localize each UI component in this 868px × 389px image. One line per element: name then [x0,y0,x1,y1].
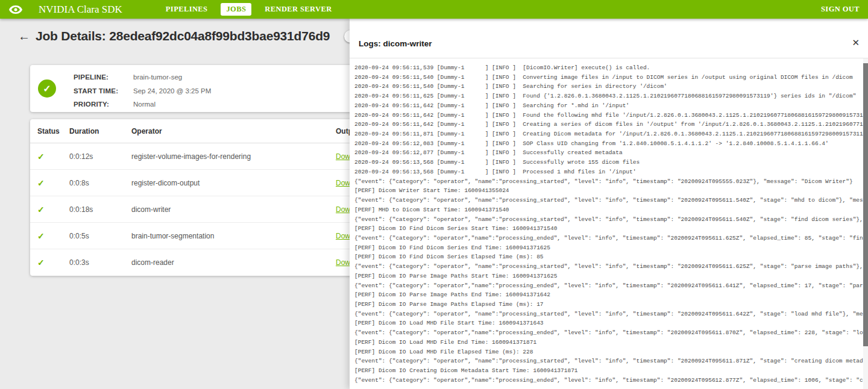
log-line: [PERF] Dicom IO Parse Image Paths Elapse… [354,300,863,310]
meta-value: brain-tumor-seg [133,73,211,82]
log-line: [PERF] Dicom IO Parse Image Paths Start … [354,272,863,281]
log-line: [PERF] Dicom IO Find Dicom Series Start … [354,224,863,234]
log-line: 2020-09-24 09:56:11,539 [Dummy-1 ] [INFO… [354,63,863,73]
meta-label: PIPELINE: [74,73,133,82]
operator-cell: brain-tumor-segmentation [131,232,336,240]
duration-cell: 0:0:8s [69,179,131,187]
log-line: {"event": {"category": "operator", "name… [354,310,863,319]
log-line: {"event": {"category": "operator","name"… [354,234,863,243]
logs-panel: Logs: dicom-writer ✕ 2020-09-24 09:56:11… [350,19,868,389]
table-header-cell: Duration [69,127,131,135]
log-line: 2020-09-24 09:56:11,871 [Dummy-1 ] [INFO… [354,129,863,139]
job-meta-row: PIPELINE: brain-tumor-seg [74,73,211,82]
operator-cell: dicom-reader [131,258,336,267]
log-line: 2020-09-24 09:56:11,642 [Dummy-1 ] [INFO… [354,101,863,111]
job-meta-row: START TIME: Sep 24, 2020 @ 3:25 PM [74,87,211,96]
log-line: {"event": {"category": "operator", "name… [354,196,863,205]
log-line: 2020-09-24 09:56:12,083 [Dummy-1 ] [INFO… [354,139,863,149]
duration-cell: 0:0:5s [69,232,131,240]
log-line: 2020-09-24 09:56:11,625 [Dummy-1 ] [INFO… [354,92,863,101]
log-line: {"event": {"category": "operator", "name… [354,215,863,225]
back-arrow-icon[interactable]: ← [18,30,30,42]
sign-out-button[interactable]: SIGN OUT [821,5,860,14]
success-check-icon: ✓ [37,258,69,267]
duration-cell: 0:0:18s [69,205,131,214]
job-success-icon: ✓ [38,79,56,98]
log-line: 2020-09-24 09:56:12,877 [Dummy-1 ] [INFO… [354,148,863,158]
app-title: NVIDIA Clara SDK [39,4,122,16]
success-check-icon: ✓ [37,231,69,241]
log-line: {"event": {"category": "operator","name"… [354,281,863,291]
close-icon[interactable]: ✕ [852,38,860,47]
operator-cell: register-volume-images-for-rendering [131,152,336,161]
log-output[interactable]: 2020-09-24 09:56:11,539 [Dummy-1 ] [INFO… [350,59,863,389]
log-line: [PERF] Dicom Writer Start Time: 16009413… [354,186,863,196]
primary-nav: PIPELINES JOBS RENDER SERVER [166,3,332,16]
table-header-cell: Operator [131,127,336,135]
job-details-header: ← Job Details: 28edeaf92dc04a8f99bd3bae9… [18,29,388,43]
success-check-icon: ✓ [37,205,69,214]
duration-cell: 0:0:12s [69,152,131,161]
log-line: {"event": {"category": "operator", "name… [354,177,863,187]
log-line: 2020-09-24 09:56:13,568 [Dummy-1 ] [INFO… [354,167,863,177]
meta-value: Sep 24, 2020 @ 3:25 PM [133,87,211,96]
log-line: {"event": {"category": "operator","name"… [354,328,863,338]
log-line: 2020-09-24 09:56:11,642 [Dummy-1 ] [INFO… [354,111,863,120]
success-check-icon: ✓ [37,178,69,188]
operator-cell: dicom-writer [131,205,336,214]
logs-scrollbar-track[interactable] [863,58,868,389]
job-meta-list: PIPELINE: brain-tumor-seg START TIME: Se… [74,73,211,109]
logs-panel-header: Logs: dicom-writer ✕ [350,19,868,58]
log-line: [PERF] Dicom IO Find Dicom Series End Ti… [354,243,863,253]
log-line: [PERF] Dicom IO Find Dicom Series Elapse… [354,252,863,262]
nav-pipelines[interactable]: PIPELINES [166,5,208,14]
log-line: {"event": {"category": "operator", "name… [354,262,863,272]
log-line: [PERF] Dicom IO Creating Dicom Metadata … [354,366,863,376]
success-check-icon: ✓ [37,152,69,161]
duration-cell: 0:0:3s [69,258,131,267]
log-line: [PERF] Dicom IO Load MHD File Start Time… [354,319,863,328]
nav-jobs[interactable]: JOBS [221,3,251,16]
table-header-cell: Status [37,127,69,135]
meta-value: Normal [133,100,211,109]
log-line: {"event": {"category": "operator", "name… [354,356,863,366]
log-line: 2020-09-24 09:56:11,540 [Dummy-1 ] [INFO… [354,82,863,92]
top-nav: NVIDIA Clara SDK PIPELINES JOBS RENDER S… [0,0,868,19]
nvidia-logo-icon [8,5,23,14]
meta-label: START TIME: [74,87,133,96]
operator-cell: register-dicom-output [131,179,336,187]
logs-panel-title: Logs: dicom-writer [359,39,432,48]
log-line: [PERF] Dicom IO Load MHD File End Time: … [354,338,863,347]
logs-scrollbar-thumb[interactable] [863,63,868,346]
log-line: 2020-09-24 09:56:11,642 [Dummy-1 ] [INFO… [354,120,863,129]
meta-label: PRIORITY: [74,100,133,109]
log-line: [PERF] MHD to Dicom Start Time: 16009413… [354,205,863,215]
page-title: Job Details: 28edeaf92dc04a8f99bd3bae931… [36,29,330,43]
log-line: 2020-09-24 09:56:13,568 [Dummy-1 ] [INFO… [354,158,863,167]
nav-render-server[interactable]: RENDER SERVER [265,5,332,14]
log-line: [PERF] Dicom IO Parse Image Paths End Ti… [354,290,863,300]
log-line: {"event": {"category": "operator","name"… [354,376,863,385]
job-meta-row: PRIORITY: Normal [74,100,211,109]
log-line: [PERF] Dicom IO Load MHD File Elapsed Ti… [354,347,863,357]
log-line: 2020-09-24 09:56:11,540 [Dummy-1 ] [INFO… [354,73,863,82]
